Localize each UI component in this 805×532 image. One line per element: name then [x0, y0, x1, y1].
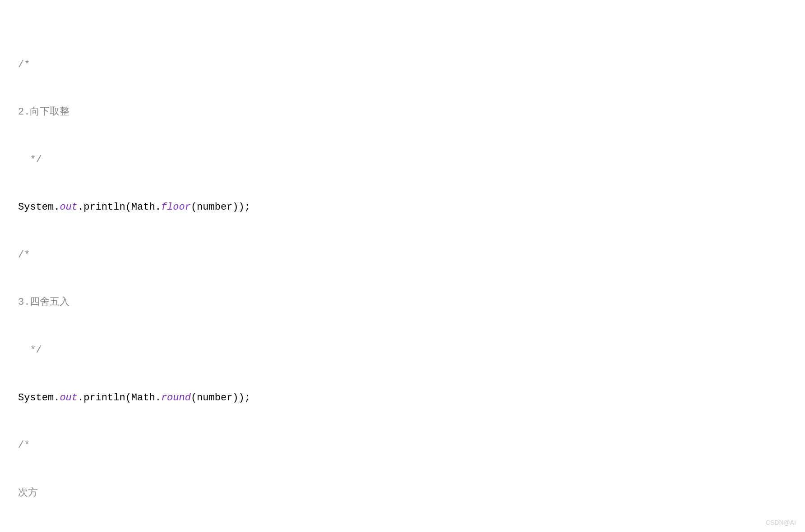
line-code-1: System.out.println(Math.floor(number));	[18, 199, 787, 215]
line-comment-5: 3.四舍五入	[18, 294, 787, 310]
watermark: CSDN@AI	[766, 518, 796, 527]
line-comment-7: /*	[18, 437, 787, 453]
line-comment-3: */	[18, 152, 787, 168]
line-comment-1: /*	[18, 57, 787, 73]
line-comment-4: /*	[18, 247, 787, 263]
code-editor: /* 2.向下取整 */ System.out.println(Math.flo…	[18, 9, 787, 532]
comment-chinese-text: 2.向下取整	[18, 106, 69, 118]
comment-text: /*	[18, 59, 30, 70]
comment-end: */	[18, 154, 42, 165]
line-comment-2: 2.向下取整	[18, 104, 787, 120]
line-comment-6: */	[18, 342, 787, 358]
line-code-2: System.out.println(Math.round(number));	[18, 390, 787, 406]
line-comment-8: 次方	[18, 485, 787, 501]
